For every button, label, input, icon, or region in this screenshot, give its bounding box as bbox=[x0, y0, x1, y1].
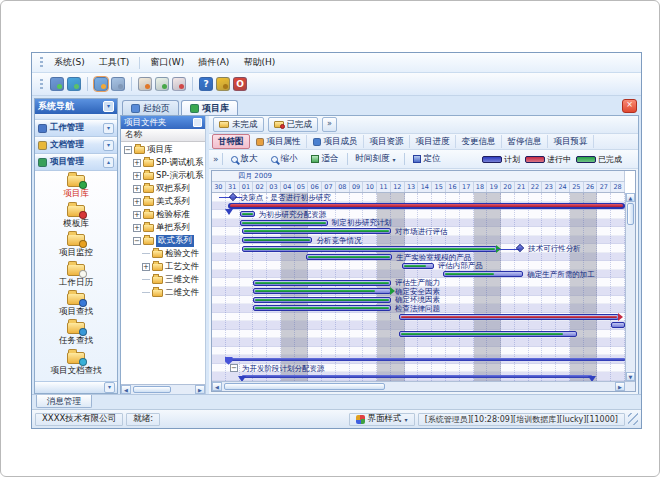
menu-item-2[interactable]: 窗口(W) bbox=[143, 54, 191, 71]
expand-icon[interactable]: + bbox=[133, 159, 141, 167]
message-management-tab[interactable]: 消息管理 bbox=[36, 395, 92, 408]
tree-row[interactable]: −项目库 bbox=[121, 143, 205, 156]
detail-tab-2[interactable]: 项目成员 bbox=[308, 135, 364, 148]
lock-icon[interactable] bbox=[216, 77, 230, 91]
sidebar-collapsed-section[interactable]: ▾ bbox=[35, 381, 117, 393]
sidebar-item-6[interactable]: 项目文档查找 bbox=[51, 352, 102, 377]
close-tab-button[interactable]: × bbox=[622, 99, 637, 113]
menu-item-3[interactable]: 插件(A) bbox=[191, 54, 236, 71]
gantt-task-bar[interactable] bbox=[306, 254, 393, 260]
expand-icon[interactable]: + bbox=[142, 263, 150, 271]
gantt-summary-line[interactable] bbox=[229, 358, 625, 361]
chevron-icon[interactable]: ▾ bbox=[103, 140, 114, 151]
detail-tab-0[interactable]: 甘特图 bbox=[212, 134, 250, 149]
chevron-icon[interactable]: ▾ bbox=[103, 123, 114, 134]
collapse-icon[interactable]: − bbox=[133, 237, 141, 245]
gantt-vertical-scrollbar[interactable]: ▲ ▼ bbox=[625, 193, 635, 381]
menu-item-4[interactable]: 帮助(H) bbox=[236, 54, 282, 71]
tree-horizontal-scrollbar[interactable]: ◀ ▶ bbox=[121, 384, 205, 394]
tree-row[interactable]: 二维文件 bbox=[121, 286, 205, 299]
tree-row[interactable]: +单把系列 bbox=[121, 221, 205, 234]
monitor-icon[interactable] bbox=[50, 77, 64, 91]
detail-tab-3[interactable]: 项目资源 bbox=[365, 135, 410, 148]
more-filters-button[interactable]: » bbox=[322, 117, 337, 132]
gantt-task-bar[interactable] bbox=[402, 263, 434, 269]
gantt-task-bar[interactable] bbox=[242, 228, 391, 234]
sidebar-section-1[interactable]: 文档管理▾ bbox=[35, 137, 117, 154]
gantt-task-bar[interactable] bbox=[242, 237, 312, 243]
scroll-right-icon[interactable]: ▶ bbox=[195, 385, 205, 394]
sidebar-section-0[interactable]: 工作管理▾ bbox=[35, 120, 117, 137]
gantt-summary-bar[interactable] bbox=[228, 203, 625, 209]
report-green-icon[interactable] bbox=[155, 77, 169, 91]
gantt-task-bar[interactable] bbox=[242, 246, 497, 252]
help-icon[interactable]: ? bbox=[199, 77, 213, 91]
tree-row[interactable]: +SP-调试机系 bbox=[121, 156, 205, 169]
interface-style-button[interactable]: 界面样式 ▾ bbox=[349, 413, 415, 426]
tree-row[interactable]: +工艺文件 bbox=[121, 260, 205, 273]
menu-item-1[interactable]: 工具(T) bbox=[92, 54, 137, 71]
gantt-task-bar[interactable] bbox=[399, 331, 577, 337]
filter-button-0[interactable]: 未完成 bbox=[213, 117, 264, 132]
tree-row[interactable]: +检验标准 bbox=[121, 208, 205, 221]
collapse-icon[interactable]: − bbox=[124, 146, 132, 154]
gantt-zoom-out-button[interactable]: 缩小 bbox=[266, 151, 303, 167]
gantt-task-bar[interactable] bbox=[399, 314, 619, 320]
scroll-right-icon[interactable]: ▶ bbox=[615, 382, 625, 391]
detail-tab-7[interactable]: 项目预算 bbox=[549, 135, 594, 148]
sidebar-item-5[interactable]: 任务查找 bbox=[59, 322, 93, 347]
expand-icon[interactable]: + bbox=[133, 211, 141, 219]
folder-chart-icon[interactable] bbox=[111, 77, 125, 91]
tree-row[interactable]: 检验文件 bbox=[121, 247, 205, 260]
gantt-task-bar[interactable] bbox=[253, 288, 391, 294]
gantt-task-bar[interactable] bbox=[240, 220, 328, 226]
detail-tab-4[interactable]: 项目进度 bbox=[411, 135, 456, 148]
gantt-task-bar[interactable] bbox=[611, 322, 625, 328]
scroll-left-icon[interactable]: ◀ bbox=[121, 385, 131, 394]
gantt-timescale-button[interactable]: 时间刻度▾ bbox=[351, 151, 401, 167]
gantt-task-bar[interactable] bbox=[443, 271, 523, 277]
scroll-up-icon[interactable]: ▲ bbox=[626, 193, 635, 202]
gantt-task-bar[interactable] bbox=[253, 297, 391, 303]
tree-row[interactable]: −欧式系列 bbox=[121, 234, 205, 247]
expand-icon[interactable]: + bbox=[133, 224, 141, 232]
tree-row[interactable]: 三维文件 bbox=[121, 273, 205, 286]
gantt-task-bar[interactable] bbox=[240, 211, 255, 217]
document-tab-1[interactable]: 项目库 bbox=[181, 100, 238, 115]
tree-column-header[interactable]: 名称 bbox=[121, 129, 205, 142]
toolbar-overflow-button[interactable]: » bbox=[213, 154, 219, 164]
expand-icon[interactable]: + bbox=[133, 198, 141, 206]
collapse-icon[interactable]: − bbox=[230, 364, 238, 372]
chevron-down-icon[interactable]: ▾ bbox=[104, 382, 115, 393]
detail-tab-6[interactable]: 暂停信息 bbox=[503, 135, 548, 148]
sidebar-section-2[interactable]: 项目管理▴ bbox=[35, 154, 117, 171]
filter-button-1[interactable]: 已完成 bbox=[268, 117, 319, 132]
open-folder-icon[interactable] bbox=[94, 77, 108, 91]
detail-tab-5[interactable]: 变更信息 bbox=[457, 135, 502, 148]
tree-scroll-thumb[interactable] bbox=[133, 386, 171, 393]
sidebar-item-1[interactable]: 模板库 bbox=[63, 205, 89, 230]
sidebar-item-2[interactable]: 项目监控 bbox=[59, 234, 93, 259]
gantt-chart[interactable]: 决策点 - 是否进行初步研究为初步研究分配资源制定初步研究计划对市场进行评估分析… bbox=[212, 193, 625, 381]
gantt-task-bar[interactable] bbox=[253, 305, 391, 311]
tree-row[interactable]: +SP-演示机系 bbox=[121, 169, 205, 182]
gantt-vscroll-thumb[interactable] bbox=[627, 203, 634, 225]
tree-row[interactable]: +美式系列 bbox=[121, 195, 205, 208]
document-tab-0[interactable]: 起始页 bbox=[122, 100, 179, 115]
scroll-down-icon[interactable]: ▼ bbox=[626, 372, 635, 381]
expand-icon[interactable]: + bbox=[133, 172, 141, 180]
sidebar-collapse-button[interactable]: ▾ bbox=[103, 101, 114, 112]
gantt-hscroll-thumb[interactable] bbox=[224, 383, 385, 390]
window-resize-grip[interactable] bbox=[628, 413, 638, 425]
expand-icon[interactable]: + bbox=[133, 185, 141, 193]
detail-tab-1[interactable]: 项目属性 bbox=[251, 135, 307, 148]
chevron-icon[interactable]: ▴ bbox=[103, 157, 114, 168]
stop-icon[interactable]: O bbox=[233, 77, 247, 91]
tree-row[interactable]: +双把系列 bbox=[121, 182, 205, 195]
report-orange-icon[interactable] bbox=[138, 77, 152, 91]
pin-icon[interactable] bbox=[193, 118, 202, 127]
sidebar-item-3[interactable]: 工作日历 bbox=[59, 264, 93, 289]
menubar-grip-handle[interactable] bbox=[40, 57, 43, 68]
scroll-left-icon[interactable]: ◀ bbox=[212, 382, 222, 391]
toolbar-grip-handle[interactable] bbox=[40, 79, 43, 90]
